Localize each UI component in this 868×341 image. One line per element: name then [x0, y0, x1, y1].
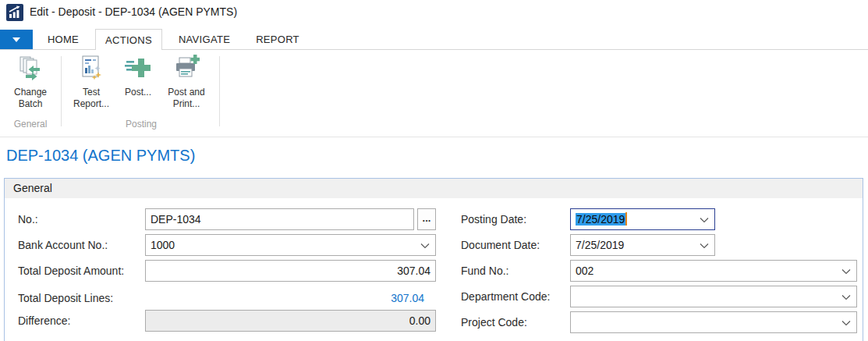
difference-input[interactable]: 0.00 [145, 310, 436, 332]
ribbon-group-posting: Posting [67, 119, 215, 130]
no-label: No.: [18, 208, 38, 230]
change-batch-button[interactable]: Change Batch [6, 55, 55, 110]
posting-date-value: 7/25/2019 [576, 213, 625, 226]
no-value: DEP-1034 [151, 213, 201, 226]
chevron-down-icon[interactable] [700, 217, 709, 223]
ribbon-group-general: General [2, 119, 59, 130]
posting-date-label: Posting Date: [461, 208, 526, 230]
total-deposit-lines-link[interactable]: 307.04 [145, 287, 424, 309]
window-title: Edit - Deposit - DEP-1034 (AGEN PYMTS) [30, 0, 237, 24]
post-label: Post... [117, 87, 159, 98]
no-input[interactable]: DEP-1034 [145, 208, 414, 230]
total-deposit-amount-input[interactable]: 307.04 [145, 260, 436, 282]
tab-home[interactable]: HOME [39, 30, 87, 50]
chevron-down-icon[interactable] [700, 243, 709, 249]
test-report-button[interactable]: Test Report... [67, 55, 115, 110]
deposit-edit-window: Edit - Deposit - DEP-1034 (AGEN PYMTS) H… [0, 0, 868, 341]
difference-label: Difference: [18, 310, 70, 332]
difference-value: 0.00 [409, 314, 430, 327]
fund-no-value: 002 [576, 265, 593, 277]
department-code-label: Department Code: [461, 286, 550, 307]
general-fasttab-header[interactable]: General [5, 179, 863, 198]
post-and-print-label: Post and Print... [161, 87, 212, 110]
general-fasttab: General No.: DEP-1034 ... Bank Account N… [4, 178, 863, 341]
post-button[interactable]: Post... [117, 55, 159, 98]
document-date-combobox[interactable]: 7/25/2019 [570, 234, 715, 256]
document-date-label: Document Date: [461, 234, 540, 256]
project-code-combobox[interactable] [570, 311, 857, 333]
department-code-combobox[interactable] [570, 286, 857, 307]
application-menu-button[interactable] [0, 30, 33, 50]
ribbon-divider [0, 137, 868, 137]
text-caret [625, 212, 627, 226]
test-report-icon [78, 55, 105, 81]
total-deposit-amount-label: Total Deposit Amount: [18, 260, 124, 282]
project-code-label: Project Code: [461, 311, 527, 333]
page-title: DEP-1034 (AGEN PYMTS) [6, 147, 195, 165]
chevron-down-icon[interactable] [420, 243, 430, 249]
total-deposit-amount-value: 307.04 [397, 265, 430, 277]
chevron-down-icon[interactable] [841, 320, 851, 326]
total-deposit-lines-label: Total Deposit Lines: [18, 287, 113, 309]
post-and-print-icon [173, 55, 200, 81]
tab-actions[interactable]: ACTIONS [95, 29, 162, 50]
chevron-down-icon[interactable] [841, 268, 851, 275]
document-date-value: 7/25/2019 [576, 239, 624, 251]
bank-account-no-value: 1000 [151, 239, 175, 251]
change-batch-icon [17, 55, 44, 81]
dropdown-triangle-icon [12, 37, 20, 42]
ribbon-group-separator [219, 56, 220, 126]
app-bar-chart-icon [6, 4, 23, 21]
no-assist-edit-button[interactable]: ... [417, 208, 436, 230]
test-report-label: Test Report... [67, 87, 115, 110]
post-icon [125, 55, 151, 81]
ribbon: Change Batch Test Report... [0, 50, 868, 137]
chevron-down-icon[interactable] [841, 294, 851, 300]
bank-account-no-combobox[interactable]: 1000 [145, 234, 436, 256]
tab-navigate[interactable]: NAVIGATE [170, 30, 239, 50]
post-and-print-button[interactable]: Post and Print... [161, 55, 212, 110]
fund-no-combobox[interactable]: 002 [570, 260, 857, 282]
change-batch-label: Change Batch [6, 87, 55, 110]
tab-report[interactable]: REPORT [250, 30, 306, 50]
posting-date-combobox[interactable]: 7/25/2019 [570, 208, 715, 230]
bank-account-no-label: Bank Account No.: [18, 234, 108, 256]
fund-no-label: Fund No.: [461, 260, 508, 282]
window-titlebar: Edit - Deposit - DEP-1034 (AGEN PYMTS) [0, 0, 868, 25]
ribbon-group-separator [61, 56, 62, 126]
